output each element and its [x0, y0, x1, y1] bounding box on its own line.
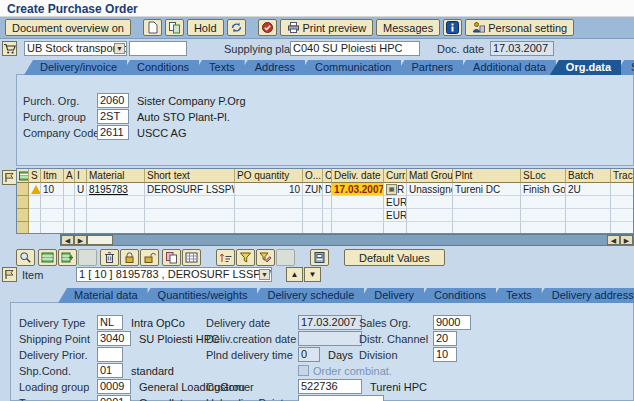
messages-button[interactable]: Messages — [376, 19, 440, 36]
col-a[interactable]: A — [64, 169, 75, 183]
cell[interactable] — [566, 209, 611, 222]
cell[interactable] — [303, 209, 323, 222]
cell[interactable] — [75, 222, 87, 234]
oun-cell[interactable]: ZUN — [303, 183, 323, 196]
copy-document-button[interactable] — [165, 19, 184, 36]
shp-cond-input[interactable]: 01 — [97, 363, 123, 378]
insert-row-button[interactable] — [58, 249, 77, 266]
cell[interactable] — [29, 209, 41, 222]
cell[interactable] — [407, 222, 453, 234]
cell[interactable] — [521, 209, 566, 222]
sloc-cell[interactable]: Finish Goods — [521, 183, 566, 196]
filter-button[interactable] — [236, 249, 255, 266]
cell[interactable] — [323, 222, 332, 234]
cell[interactable] — [453, 222, 521, 234]
cell[interactable] — [611, 222, 634, 234]
sort-button[interactable] — [216, 249, 235, 266]
row-select-cell[interactable] — [17, 222, 29, 234]
item-select[interactable]: 1 [ 10 ] 8195783 , DEROSURF LSSPW 2I1AV … — [76, 267, 272, 282]
cell[interactable] — [303, 196, 323, 209]
material-link[interactable]: 8195783 — [89, 184, 128, 195]
row-select-cell[interactable] — [17, 183, 29, 196]
next-item-button[interactable]: ▼ — [304, 267, 321, 282]
scroll-right-icon[interactable]: ▶ — [620, 235, 633, 245]
cell[interactable] — [29, 222, 41, 234]
col-i[interactable]: I — [75, 169, 87, 183]
tab-delivery[interactable]: Delivery — [358, 288, 424, 303]
cell[interactable] — [407, 209, 453, 222]
add-item-button[interactable] — [38, 249, 57, 266]
customer-input[interactable]: 522736 — [298, 379, 362, 394]
cell[interactable] — [235, 209, 303, 222]
copy-item-button[interactable] — [162, 249, 181, 266]
row-select-cell[interactable] — [17, 209, 29, 222]
distr-channel-input[interactable]: 20 — [433, 331, 457, 346]
trans-group-input[interactable]: 0001 — [97, 395, 131, 401]
delivery-prior-input[interactable] — [97, 347, 123, 362]
po-quantity-cell[interactable]: 10 — [235, 183, 303, 196]
tab-item-texts[interactable]: Texts — [490, 288, 542, 303]
cell[interactable] — [87, 196, 145, 209]
purch-org-input[interactable]: 2060 — [97, 93, 129, 108]
col-matl-group[interactable]: Matl Group — [407, 169, 453, 183]
batch-cell[interactable]: 2U — [566, 183, 611, 196]
new-document-button[interactable] — [143, 19, 162, 36]
scroll-left-icon[interactable]: ◀ — [607, 235, 620, 245]
curr-cell[interactable]: ▦R — [384, 183, 407, 196]
unloading-point-input[interactable] — [298, 395, 384, 401]
cell[interactable] — [303, 222, 323, 234]
cell[interactable] — [453, 209, 521, 222]
tab-partners[interactable]: Partners — [395, 60, 463, 75]
matl-group-cell[interactable]: Unassigned fr — [407, 183, 453, 196]
cart-button[interactable] — [2, 41, 17, 56]
cell[interactable] — [145, 209, 235, 222]
settings-button[interactable] — [182, 249, 201, 266]
help-button[interactable] — [443, 19, 462, 36]
hold-button[interactable]: Hold — [187, 19, 224, 36]
unlock-button[interactable] — [140, 249, 159, 266]
check-button[interactable] — [227, 19, 246, 36]
material-cell[interactable]: 8195783 — [87, 183, 145, 196]
cell[interactable] — [611, 209, 634, 222]
document-overview-button[interactable]: Document overview on — [5, 19, 131, 36]
cell[interactable] — [332, 209, 384, 222]
tab-delivery-invoice[interactable]: Delivery/invoice — [24, 60, 127, 75]
col-material[interactable]: Material — [87, 169, 145, 183]
deliv-creation-field[interactable] — [298, 331, 362, 346]
select-all-header[interactable] — [17, 169, 29, 183]
trac-cell[interactable] — [611, 183, 634, 196]
tab-texts[interactable]: Texts — [193, 60, 245, 75]
purch-group-input[interactable]: 2ST — [97, 109, 129, 124]
default-values-button[interactable]: Default Values — [344, 249, 445, 266]
cell[interactable] — [235, 196, 303, 209]
cell[interactable] — [29, 196, 41, 209]
tab-quantities-weights[interactable]: Quantities/weights — [142, 288, 258, 303]
col-short-text[interactable]: Short text — [145, 169, 235, 183]
delivery-type-input[interactable]: NL — [97, 315, 123, 330]
delivery-date-field[interactable]: 17.03.2007 — [298, 315, 362, 330]
scrollbar-thumb[interactable] — [87, 235, 113, 245]
cell[interactable] — [41, 209, 64, 222]
cell[interactable] — [145, 196, 235, 209]
header-toggle-button[interactable] — [2, 170, 17, 185]
col-trac[interactable]: Trac — [611, 169, 634, 183]
cell[interactable] — [384, 222, 407, 234]
lock-button[interactable] — [120, 249, 139, 266]
c-cell[interactable]: D — [323, 183, 332, 196]
row-select-cell[interactable] — [17, 196, 29, 209]
date-picker-icon[interactable]: ▦ — [386, 184, 397, 195]
cell[interactable] — [75, 196, 87, 209]
col-sloc[interactable]: SLoc — [521, 169, 566, 183]
col-s[interactable]: S — [29, 169, 41, 183]
cell[interactable] — [453, 196, 521, 209]
table-horizontal-scrollbar[interactable]: ◀ ▶ ◀ ▶ — [60, 234, 634, 246]
curr-cell[interactable]: EUR — [384, 196, 407, 209]
cell[interactable] — [64, 209, 75, 222]
sales-org-input[interactable]: 9000 — [433, 315, 471, 330]
delete-row-button[interactable] — [100, 249, 119, 266]
filter-edit-button[interactable] — [256, 249, 275, 266]
col-deliv-date[interactable]: Deliv. date — [332, 169, 384, 183]
loading-group-input[interactable]: 0009 — [97, 379, 131, 394]
itm-cell[interactable]: 10 — [41, 183, 64, 196]
curr-cell[interactable]: EUR — [384, 209, 407, 222]
